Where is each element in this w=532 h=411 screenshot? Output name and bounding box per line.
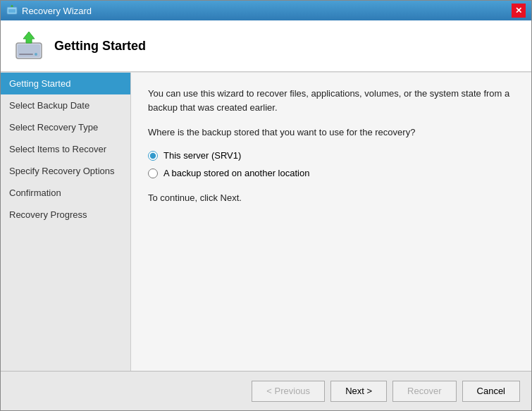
recover-button[interactable]: Recover <box>392 381 456 402</box>
sidebar-item-specify-options[interactable]: Specify Recovery Options <box>1 160 130 182</box>
title-bar: Recovery Wizard ✕ <box>1 1 531 20</box>
svg-point-7 <box>35 53 37 56</box>
continue-text: To continue, click Next. <box>148 192 514 203</box>
previous-button[interactable]: < Previous <box>252 381 325 402</box>
recovery-wizard-window: Recovery Wizard ✕ Getting Started <box>0 0 532 411</box>
sidebar-item-select-recovery-type[interactable]: Select Recovery Type <box>1 116 130 138</box>
header-section: Getting Started <box>1 20 531 73</box>
svg-marker-8 <box>23 32 35 43</box>
backup-svg-icon <box>12 29 46 63</box>
close-button[interactable]: ✕ <box>512 4 526 18</box>
description-text: You can use this wizard to recover files… <box>148 87 514 114</box>
radio-this-server-label: This server (SRV1) <box>163 150 241 161</box>
header-content: Getting Started <box>1 20 531 72</box>
svg-rect-6 <box>19 54 33 55</box>
radio-this-server[interactable] <box>148 151 158 161</box>
question-text: Where is the backup stored that you want… <box>148 127 514 137</box>
header-icon <box>12 29 46 63</box>
sidebar: Getting Started Select Backup Date Selec… <box>1 73 131 371</box>
next-button[interactable]: Next > <box>330 381 387 402</box>
radio-option-this-server[interactable]: This server (SRV1) <box>148 150 514 161</box>
cancel-button[interactable]: Cancel <box>462 381 520 402</box>
radio-another-location-label: A backup stored on another location <box>163 168 309 178</box>
radio-another-location[interactable] <box>148 168 158 178</box>
radio-group: This server (SRV1) A backup stored on an… <box>148 150 514 178</box>
window-icon <box>6 5 18 16</box>
sidebar-item-getting-started[interactable]: Getting Started <box>1 73 130 94</box>
sidebar-item-select-backup-date[interactable]: Select Backup Date <box>1 94 130 116</box>
sidebar-item-select-items[interactable]: Select Items to Recover <box>1 138 130 160</box>
svg-rect-1 <box>8 9 16 13</box>
body-row: Getting Started Select Backup Date Selec… <box>1 73 531 371</box>
window-title: Recovery Wizard <box>22 6 92 16</box>
title-bar-left: Recovery Wizard <box>6 5 92 16</box>
sidebar-item-confirmation[interactable]: Confirmation <box>1 182 130 204</box>
main-content: You can use this wizard to recover files… <box>131 73 531 371</box>
sidebar-item-recovery-progress[interactable]: Recovery Progress <box>1 204 130 226</box>
footer: < Previous Next > Recover Cancel <box>1 371 531 410</box>
radio-option-another-location[interactable]: A backup stored on another location <box>148 168 514 178</box>
header-title: Getting Started <box>54 39 146 54</box>
